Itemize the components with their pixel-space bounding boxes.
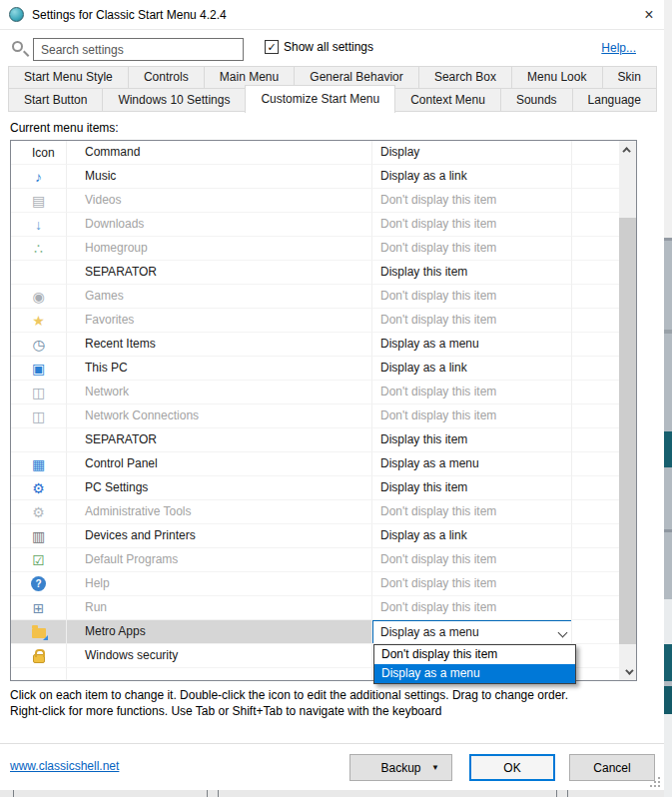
- table-row[interactable]: SEPARATORDisplay this item: [11, 261, 636, 285]
- display-cell: Display as a menu: [372, 452, 572, 476]
- cancel-button[interactable]: Cancel: [569, 754, 655, 781]
- tab-start-menu-style[interactable]: Start Menu Style: [8, 66, 129, 89]
- tab-search-box[interactable]: Search Box: [418, 66, 512, 89]
- table-row[interactable]: ▤VideosDon't display this item: [11, 189, 636, 213]
- table-row[interactable]: ◫NetworkDon't display this item: [11, 381, 636, 404]
- search-input[interactable]: [33, 38, 244, 61]
- scroll-down-button[interactable]: [619, 663, 636, 680]
- icon-cell: ?: [11, 572, 67, 596]
- table-row[interactable]: ▦Control PanelDisplay as a menu: [11, 452, 636, 476]
- icon-cell: [11, 261, 67, 285]
- chevron-up-icon: [622, 147, 630, 155]
- icon-cell: ⊞: [11, 596, 67, 620]
- command-cell: Devices and Printers: [67, 524, 372, 548]
- scroll-up-button[interactable]: [619, 141, 636, 158]
- extra-cell: [572, 309, 620, 333]
- combobox-value: Display as a menu: [380, 621, 479, 644]
- this-pc-icon: ▣: [32, 362, 45, 376]
- empty-cell: [67, 668, 372, 680]
- show-all-settings-checkbox[interactable]: ✓: [265, 40, 279, 54]
- ok-button[interactable]: OK: [469, 754, 555, 781]
- close-icon[interactable]: ×: [634, 2, 664, 28]
- tab-row-2: Start ButtonWindows 10 SettingsCustomize…: [8, 89, 656, 113]
- table-row[interactable]: SEPARATORDisplay this item: [11, 428, 636, 452]
- classicshell-website-link[interactable]: www.classicshell.net: [10, 759, 119, 773]
- command-cell: Games: [67, 285, 372, 309]
- dropdown-item[interactable]: Don't display this item: [374, 645, 575, 664]
- dropdown-item[interactable]: Display as a menu: [374, 664, 575, 683]
- display-cell: Don't display this item: [372, 500, 572, 524]
- homegroup-icon: ∴: [34, 242, 43, 256]
- tab-controls[interactable]: Controls: [128, 66, 205, 89]
- table-row[interactable]: ⚙PC SettingsDisplay this item: [11, 476, 636, 500]
- scrollbar-thumb[interactable]: [619, 218, 636, 644]
- instructions-text: Click on each item to change it. Double-…: [10, 687, 649, 719]
- table-row[interactable]: ▣This PCDisplay as a link: [11, 357, 636, 381]
- tab-context-menu[interactable]: Context Menu: [394, 88, 501, 112]
- table-row[interactable]: ↓DownloadsDon't display this item: [11, 213, 636, 237]
- extra-cell: [572, 452, 620, 476]
- backup-button[interactable]: Backup ▼: [349, 754, 452, 781]
- display-combobox[interactable]: Display as a menu: [372, 620, 572, 644]
- table-row[interactable]: ?HelpDon't display this item: [11, 572, 636, 596]
- icon-cell: ▦: [11, 452, 67, 476]
- window-title: Settings for Classic Start Menu 4.2.4: [32, 8, 227, 22]
- videos-icon: ▤: [32, 194, 45, 208]
- column-header-command[interactable]: Command: [67, 141, 372, 165]
- table-header-row: Icon Command Display: [11, 141, 636, 165]
- tab-control: Start Menu StyleControlsMain MenuGeneral…: [8, 66, 656, 113]
- show-all-settings-option[interactable]: ✓ Show all settings: [265, 40, 373, 54]
- tab-sounds[interactable]: Sounds: [500, 88, 573, 112]
- tab-skin[interactable]: Skin: [602, 66, 658, 89]
- recent-items-icon: ◷: [32, 338, 44, 352]
- table-row[interactable]: Metro AppsDisplay as a menu: [11, 620, 636, 644]
- background-window-strip: [663, 0, 672, 797]
- command-cell: Metro Apps: [67, 620, 372, 644]
- network-connections-icon: ◫: [32, 409, 45, 423]
- table-row[interactable]: ◷Recent ItemsDisplay as a menu: [11, 333, 636, 357]
- tab-windows-10-settings[interactable]: Windows 10 Settings: [102, 88, 246, 112]
- tab-language[interactable]: Language: [572, 88, 657, 112]
- display-cell: Display this item: [372, 476, 572, 500]
- icon-cell: ◫: [11, 381, 67, 404]
- column-header-icon[interactable]: Icon: [11, 141, 67, 165]
- display-cell: Don't display this item: [372, 548, 572, 572]
- icon-cell: ◉: [11, 285, 67, 309]
- tab-start-button[interactable]: Start Button: [8, 88, 103, 112]
- admin-tools-icon: ⚙: [32, 505, 45, 519]
- chevron-down-icon: [625, 666, 633, 674]
- display-cell: Display as a link: [372, 524, 572, 548]
- table-row[interactable]: ▥Devices and PrintersDisplay as a link: [11, 524, 636, 548]
- help-link[interactable]: Help...: [601, 41, 636, 55]
- backup-dropdown-arrow-icon: ▼: [431, 763, 439, 772]
- icon-cell: ★: [11, 309, 67, 333]
- icon-cell: ↓: [11, 213, 67, 237]
- help-icon: ?: [31, 576, 46, 591]
- command-cell: Homegroup: [67, 237, 372, 261]
- table-scrollbar[interactable]: [619, 141, 636, 680]
- icon-cell: [11, 428, 67, 452]
- command-cell: Help: [67, 572, 372, 596]
- display-cell: Don't display this item: [372, 404, 572, 428]
- command-cell: Favorites: [67, 309, 372, 333]
- icon-cell: ◷: [11, 333, 67, 357]
- column-header-display[interactable]: Display: [372, 141, 572, 165]
- command-cell: SEPARATOR: [67, 261, 372, 285]
- table-row[interactable]: ◫Network ConnectionsDon't display this i…: [11, 404, 636, 428]
- table-row[interactable]: ⊞RunDon't display this item: [11, 596, 636, 620]
- table-row[interactable]: ⚙Administrative ToolsDon't display this …: [11, 500, 636, 524]
- table-row[interactable]: ∴HomegroupDon't display this item: [11, 237, 636, 261]
- tab-menu-look[interactable]: Menu Look: [511, 66, 603, 89]
- icon-cell: ⚙: [11, 500, 67, 524]
- instructions-line-2: Right-click for more functions. Use Tab …: [10, 703, 649, 719]
- resize-grip[interactable]: [650, 777, 660, 787]
- background-window-bottom-strip: [0, 789, 664, 797]
- table-row[interactable]: ♪MusicDisplay as a link: [11, 165, 636, 189]
- icon-cell: ☑: [11, 548, 67, 572]
- table-row[interactable]: ★FavoritesDon't display this item: [11, 309, 636, 333]
- tab-customize-start-menu[interactable]: Customize Start Menu: [245, 85, 395, 113]
- current-menu-items-label: Current menu items:: [10, 121, 119, 135]
- table-row[interactable]: ☑Default ProgramsDon't display this item: [11, 548, 636, 572]
- table-row[interactable]: ◉GamesDon't display this item: [11, 285, 636, 309]
- extra-cell: [572, 548, 620, 572]
